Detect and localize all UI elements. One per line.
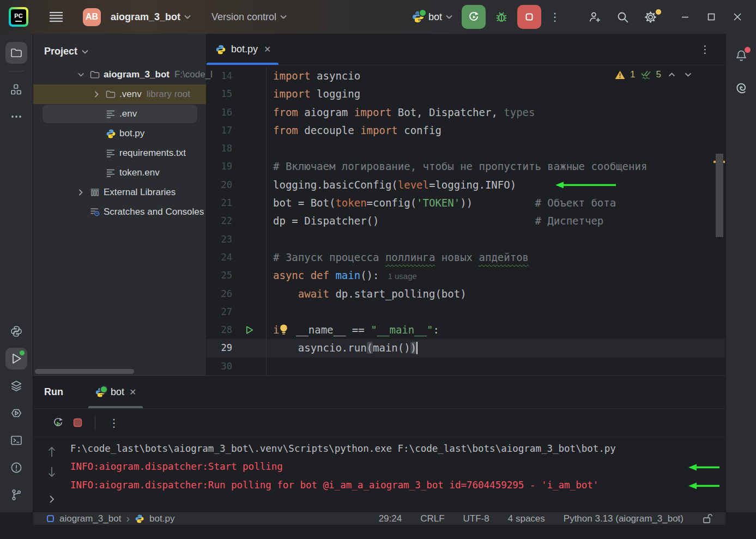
status-item[interactable]: UTF-8 [463, 513, 489, 524]
terminal-tool-icon[interactable] [5, 429, 27, 451]
status-item[interactable]: CRLF [420, 513, 444, 524]
code-line-24[interactable]: 24# Запуск процесса поллинга новых апдей… [207, 249, 725, 267]
code-line-30[interactable]: 30 [207, 358, 725, 376]
tree-item-external-libraries[interactable]: External Libraries [33, 183, 206, 202]
ai-assistant-icon[interactable] [730, 77, 752, 99]
expand-icon[interactable] [49, 492, 55, 506]
code-line-15[interactable]: 15import logging [207, 85, 725, 103]
chevron-right-icon[interactable] [74, 189, 88, 196]
code-line-23[interactable]: 23 [207, 231, 725, 249]
run-header: Run bot ✕ [33, 376, 725, 409]
maximize-button[interactable] [698, 5, 724, 29]
stop-icon[interactable] [68, 417, 87, 428]
rerun-button[interactable] [462, 5, 486, 29]
gutter [232, 231, 266, 249]
breadcrumb-item[interactable]: bot.py [149, 513, 174, 524]
tree-item-aiogram-3-bot[interactable]: aiogram_3_botF:\code_l [33, 65, 206, 84]
tree-item-scratches-and-consoles[interactable]: Scratches and Consoles [33, 202, 206, 222]
more-run-actions-icon[interactable]: ⋮ [543, 11, 567, 22]
tree-item--env[interactable]: .env [33, 104, 206, 124]
gutter [232, 158, 266, 175]
close-tab-icon[interactable]: ✕ [129, 387, 136, 397]
console-log-line[interactable]: INFO:aiogram.dispatcher:Start polling [70, 458, 725, 476]
code-with-me-icon[interactable] [581, 10, 609, 24]
python-console-tool-icon[interactable] [5, 320, 27, 342]
lock-icon[interactable] [702, 513, 712, 524]
code-line-19[interactable]: 19# Включаем логирование, чтобы не пропу… [207, 158, 725, 175]
tree-item-bot-py[interactable]: bot.py [33, 124, 206, 143]
version-control-tool-icon[interactable] [5, 484, 27, 506]
main-menu-icon[interactable] [46, 8, 66, 26]
close-tab-icon[interactable]: ✕ [264, 44, 271, 54]
token: token [335, 197, 366, 209]
problems-tool-icon[interactable] [5, 457, 27, 479]
token: bot = Bot( [273, 197, 335, 209]
tab-bot-py[interactable]: bot.py ✕ [207, 34, 279, 65]
token: await [298, 288, 329, 300]
scroll-up-icon[interactable] [47, 445, 56, 459]
chevron-down-icon [280, 15, 287, 19]
code-line-20[interactable]: 20logging.basicConfig(level=logging.INFO… [207, 176, 725, 194]
tree-item-requirements-txt[interactable]: requirements.txt [33, 143, 206, 163]
tree-item--venv[interactable]: .venvlibrary root [33, 84, 206, 104]
minimize-button[interactable] [672, 5, 698, 29]
run-options-icon[interactable]: ⋮ [102, 417, 126, 428]
token: dp.start_polling(bot) [329, 288, 467, 300]
more-tool-windows-icon[interactable] [5, 106, 27, 128]
run-configuration-selector[interactable]: bot [412, 10, 452, 23]
python-packages-tool-icon[interactable] [5, 402, 27, 424]
project-tool-icon[interactable] [5, 42, 27, 64]
structure-tool-icon[interactable] [5, 78, 27, 100]
scroll-down-icon[interactable] [47, 464, 56, 479]
code-line-22[interactable]: 22dp = Dispatcher() # Диспетчер [207, 212, 725, 230]
editor-tab-bar: bot.py ✕ ⋮ [207, 34, 725, 65]
status-item[interactable]: 29:24 [379, 513, 402, 524]
stop-button[interactable] [517, 5, 541, 29]
notifications-bell-icon[interactable] [730, 45, 752, 66]
project-avatar[interactable]: AB [83, 8, 101, 26]
code-line-26[interactable]: 26 await dp.start_polling(bot) [207, 285, 725, 303]
console-log-line[interactable]: INFO:aiogram.dispatcher:Run polling for … [70, 476, 725, 494]
code-text: dp = Dispatcher() # Диспетчер [266, 212, 725, 230]
settings-gear-icon[interactable] [637, 10, 664, 24]
code-line-16[interactable]: 16from aiogram import Bot, Dispatcher, t… [207, 104, 725, 122]
code-line-28[interactable]: 28i __name__ == "__main__": [207, 321, 725, 339]
code-line-25[interactable]: 25async def main():1 usage [207, 267, 725, 284]
console-command-line[interactable]: F:\code_last\bots\aiogram_3_bot\.venv\Sc… [70, 440, 725, 458]
project-selector[interactable]: aiogram_3_bot [111, 11, 191, 23]
editor-scrollbar[interactable] [716, 154, 723, 237]
console-output[interactable]: F:\code_last\bots\aiogram_3_bot\.venv\Sc… [70, 437, 725, 512]
code-line-21[interactable]: 21bot = Bot(token=config('TOKEN')) # Объ… [207, 194, 725, 212]
code-line-14[interactable]: 14import asyncio [207, 67, 725, 85]
run-tool-icon[interactable] [5, 348, 27, 370]
rerun-icon[interactable] [48, 416, 68, 429]
project-panel-header[interactable]: Project [33, 34, 206, 65]
search-everywhere-icon[interactable] [609, 10, 637, 24]
code-line-18[interactable]: 18 [207, 140, 725, 158]
code-editor[interactable]: 1 5 14import asyncio15import logging16fr… [207, 65, 725, 376]
usage-hint[interactable]: 1 usage [388, 271, 417, 281]
intention-bulb-icon[interactable] [279, 324, 288, 336]
vcs-menu[interactable]: Version control [211, 11, 287, 23]
code-text: i __name__ == "__main__": [266, 321, 725, 339]
debug-button[interactable] [487, 10, 516, 24]
close-button[interactable] [724, 5, 751, 29]
code-line-29[interactable]: 29 asyncio.run(main()) [207, 339, 725, 357]
editor-options-icon[interactable]: ⋮ [700, 43, 725, 56]
status-item[interactable]: 4 spaces [508, 513, 545, 524]
run-line-icon[interactable] [232, 321, 266, 339]
token: апдейтов [479, 251, 529, 263]
chevron-down-icon[interactable] [74, 72, 88, 77]
folder-icon [104, 89, 118, 100]
run-tab-bot[interactable]: bot ✕ [88, 376, 143, 408]
code-line-17[interactable]: 17from decouple import config [207, 122, 725, 140]
tree-item-token-env[interactable]: token.env [33, 163, 206, 183]
code-line-27[interactable]: 27 [207, 303, 725, 321]
line-number: 19 [207, 158, 232, 175]
project-horizontal-scrollbar[interactable] [35, 369, 134, 374]
python-icon [215, 44, 226, 55]
breadcrumb-item[interactable]: aiogram_3_bot [59, 513, 121, 524]
status-item[interactable]: Python 3.13 (aiogram_3_bot) [564, 513, 684, 524]
services-tool-icon[interactable] [5, 375, 27, 397]
chevron-right-icon[interactable] [89, 91, 104, 98]
